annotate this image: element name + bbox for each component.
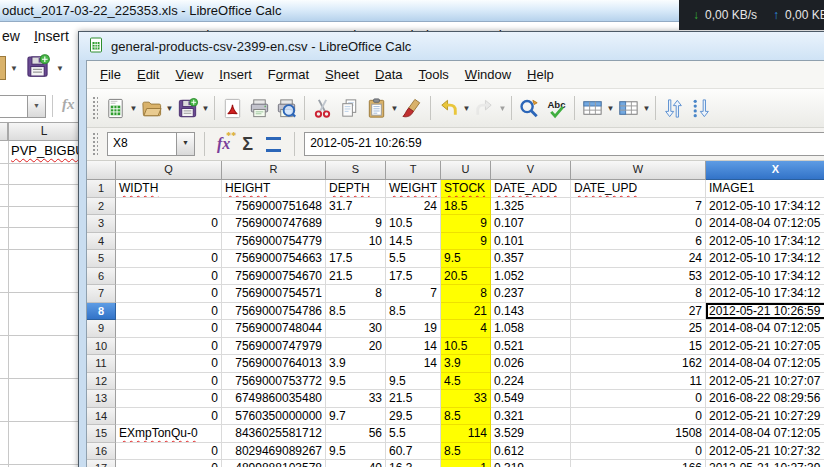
menu-format[interactable]: Format — [260, 63, 317, 86]
row-header-12[interactable]: 12 — [87, 373, 116, 391]
cell-X5[interactable]: 2012-05-10 17:34:12 — [706, 250, 824, 268]
cell-Q4[interactable] — [116, 233, 222, 251]
column-header-t[interactable]: T — [386, 161, 441, 180]
row-header-16[interactable]: 16 — [87, 443, 116, 461]
undo-button[interactable] — [435, 93, 462, 123]
cell-V6[interactable]: 1.052 — [491, 268, 571, 286]
cell-X15[interactable]: 2014-08-04 07:12:05 — [706, 425, 824, 443]
cell-S16[interactable]: 9.5 — [326, 443, 386, 461]
cell-S2[interactable]: 31.7 — [326, 198, 386, 216]
toolbar-grip[interactable] — [92, 96, 98, 120]
cell-W13[interactable]: 0 — [571, 390, 706, 408]
cell-U16[interactable]: 8.5 — [441, 443, 491, 461]
cell-U4[interactable]: 9 — [441, 233, 491, 251]
cell-W1[interactable]: DATE_UPD — [571, 180, 706, 198]
cell-X3[interactable]: 2014-08-04 07:12:05 — [706, 215, 824, 233]
cell-W15[interactable]: 1508 — [571, 425, 706, 443]
cell-T6[interactable]: 17.5 — [386, 268, 441, 286]
cell-Q14[interactable]: 0 — [116, 408, 222, 426]
row-button[interactable] — [579, 93, 606, 123]
cell-V11[interactable]: 0.026 — [491, 355, 571, 373]
open-button[interactable] — [138, 93, 165, 123]
cell-Q12[interactable]: 0 — [116, 373, 222, 391]
cell-Q10[interactable]: 0 — [116, 338, 222, 356]
cell-V9[interactable]: 1.058 — [491, 320, 571, 338]
cell-U12[interactable]: 4.5 — [441, 373, 491, 391]
cell-S5[interactable]: 17.5 — [326, 250, 386, 268]
cell-W10[interactable]: 15 — [571, 338, 706, 356]
cell-S14[interactable]: 9.7 — [326, 408, 386, 426]
name-box[interactable]: ▼ — [0, 95, 46, 118]
row-header-15[interactable]: 15 — [87, 425, 116, 443]
menu-help[interactable]: Help — [519, 63, 562, 86]
dropdown-arrow-icon[interactable]: ▼ — [201, 104, 210, 113]
row-header-17[interactable]: 17 — [87, 460, 116, 467]
cell-W8[interactable]: 27 — [571, 303, 706, 321]
menu-data[interactable]: Data — [367, 63, 410, 86]
cell-R14[interactable]: 5760350000000 — [222, 408, 326, 426]
function-wizard-icon[interactable]: fx — [62, 96, 75, 113]
row-header-14[interactable]: 14 — [87, 408, 116, 426]
row-header-3[interactable]: 3 — [87, 215, 116, 233]
cell-S15[interactable]: 56 — [326, 425, 386, 443]
cell-V17[interactable]: 0.319 — [491, 460, 571, 467]
cell-V13[interactable]: 0.549 — [491, 390, 571, 408]
cell-W12[interactable]: 11 — [571, 373, 706, 391]
save-icon[interactable] — [24, 53, 51, 84]
cell-X7[interactable]: 2012-05-10 17:34:12 — [706, 285, 824, 303]
cell-T7[interactable]: 7 — [386, 285, 441, 303]
cell-R11[interactable]: 7569000764013 — [222, 355, 326, 373]
cell-T12[interactable]: 9.5 — [386, 373, 441, 391]
cell-V1[interactable]: DATE_ADD — [491, 180, 571, 198]
dropdown-arrow-icon[interactable]: ▼ — [390, 104, 399, 113]
cell-V3[interactable]: 0.107 — [491, 215, 571, 233]
cell-V8[interactable]: 0.143 — [491, 303, 571, 321]
cell-S11[interactable]: 3.9 — [326, 355, 386, 373]
column-header-r[interactable]: R — [222, 161, 326, 180]
sort-button[interactable] — [660, 93, 687, 123]
menu-sheet[interactable]: Sheet — [317, 63, 367, 86]
column-header-k-stub[interactable] — [0, 122, 8, 141]
cell-R4[interactable]: 7569000754779 — [222, 233, 326, 251]
cell-R12[interactable]: 7569000753772 — [222, 373, 326, 391]
column-header-q[interactable]: Q — [116, 161, 222, 180]
menu-insert[interactable]: Insert — [211, 63, 260, 86]
row-header-2[interactable]: 2 — [87, 198, 116, 216]
cell-W14[interactable]: 0 — [571, 408, 706, 426]
cell-W9[interactable]: 25 — [571, 320, 706, 338]
cell-Q9[interactable]: 0 — [116, 320, 222, 338]
row-header-8[interactable]: 8 — [87, 303, 116, 321]
function-wizard-icon[interactable]: fx** — [214, 135, 233, 153]
cell-X11[interactable]: 2014-08-04 07:12:05 — [706, 355, 824, 373]
print-button[interactable] — [246, 93, 273, 123]
cell-U11[interactable]: 3.9 — [441, 355, 491, 373]
chevron-down-icon[interactable]: ▼ — [176, 133, 194, 155]
cell-S8[interactable]: 8.5 — [326, 303, 386, 321]
save-button[interactable] — [174, 93, 201, 123]
column-header-v[interactable]: V — [491, 161, 571, 180]
cell-U6[interactable]: 20.5 — [441, 268, 491, 286]
cell-R6[interactable]: 7569000754670 — [222, 268, 326, 286]
cell-U7[interactable]: 8 — [441, 285, 491, 303]
cell-W7[interactable]: 8 — [571, 285, 706, 303]
cell-S12[interactable]: 9.5 — [326, 373, 386, 391]
cell-S6[interactable]: 21.5 — [326, 268, 386, 286]
cell-Q6[interactable]: 0 — [116, 268, 222, 286]
spelling-button[interactable]: Abc — [543, 93, 570, 123]
dropdown-arrow-icon[interactable]: ▼ — [129, 104, 138, 113]
cell-R1[interactable]: HEIGHT — [222, 180, 326, 198]
cell-U17[interactable]: 1 — [441, 460, 491, 467]
dropdown-arrow-icon[interactable]: ▼ — [498, 104, 507, 113]
cell-U10[interactable]: 10.5 — [441, 338, 491, 356]
formulabar-grip[interactable] — [92, 132, 98, 156]
cell-Q1[interactable]: WIDTH — [116, 180, 222, 198]
background-grid[interactable] — [0, 163, 79, 467]
cell-W4[interactable]: 6 — [571, 233, 706, 251]
menu-view[interactable]: View — [167, 63, 211, 86]
cell-Q2[interactable] — [116, 198, 222, 216]
cell-X6[interactable]: 2012-05-10 17:34:12 — [706, 268, 824, 286]
cell-R13[interactable]: 6749860035480 — [222, 390, 326, 408]
dropdown-arrow-icon[interactable]: ▼ — [606, 104, 615, 113]
cell-T16[interactable]: 60.7 — [386, 443, 441, 461]
copy-button[interactable] — [336, 93, 363, 123]
